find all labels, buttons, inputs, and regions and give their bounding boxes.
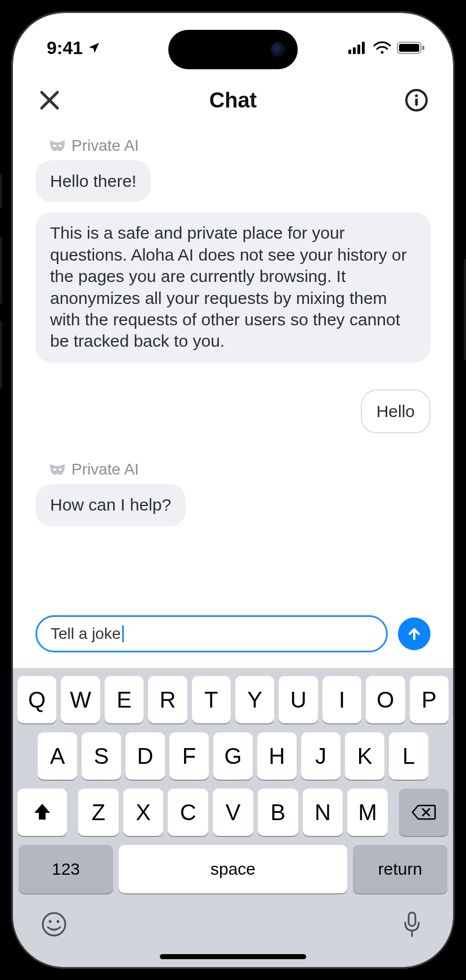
key-f[interactable]: F <box>169 732 209 780</box>
phone-frame: 9:41 <box>0 0 466 980</box>
svg-point-11 <box>53 145 56 147</box>
svg-rect-7 <box>422 46 424 50</box>
ai-sender-label: Private AI <box>71 137 139 155</box>
key-shift[interactable] <box>17 789 67 836</box>
svg-rect-2 <box>357 44 360 54</box>
keyboard-row-3: Z X C V B N M <box>17 789 449 836</box>
svg-rect-18 <box>409 912 415 926</box>
mic-icon <box>402 910 422 938</box>
svg-rect-3 <box>362 42 365 54</box>
ai-message-bubble: How can I help? <box>35 484 186 526</box>
key-return[interactable]: return <box>353 845 447 893</box>
ai-sender-label: Private AI <box>71 460 139 478</box>
svg-point-17 <box>57 920 60 923</box>
key-d[interactable]: D <box>126 732 165 780</box>
svg-point-16 <box>49 920 52 923</box>
send-button[interactable] <box>398 617 431 650</box>
side-button <box>0 236 2 304</box>
wifi-icon <box>373 41 391 55</box>
key-numbers[interactable]: 123 <box>19 845 113 893</box>
dynamic-island <box>168 30 298 69</box>
svg-rect-10 <box>415 99 418 106</box>
soft-keyboard: Q W E R T Y U I O P A S D F G H J K L <box>13 668 453 967</box>
emoji-icon <box>41 911 67 937</box>
svg-point-9 <box>415 94 418 97</box>
svg-rect-6 <box>399 44 419 52</box>
message-input[interactable]: Tell a joke <box>35 615 388 652</box>
ai-message-bubble: This is a safe and private place for you… <box>35 212 431 362</box>
key-backspace[interactable] <box>399 789 449 836</box>
backspace-icon <box>411 803 436 821</box>
arrow-up-icon <box>406 625 423 642</box>
key-z[interactable]: Z <box>78 789 119 836</box>
svg-rect-1 <box>353 47 356 54</box>
svg-rect-0 <box>348 50 351 54</box>
page-title: Chat <box>209 88 257 113</box>
key-j[interactable]: J <box>301 732 340 780</box>
key-e[interactable]: E <box>105 676 144 723</box>
key-s[interactable]: S <box>82 732 121 780</box>
info-icon <box>405 88 428 112</box>
key-w[interactable]: W <box>61 676 100 723</box>
message-input-text: Tell a joke <box>51 625 121 643</box>
key-q[interactable]: Q <box>17 676 56 723</box>
key-y[interactable]: Y <box>235 676 274 723</box>
side-button <box>0 321 2 388</box>
battery-icon <box>397 41 425 55</box>
key-t[interactable]: T <box>192 676 231 723</box>
status-time: 9:41 <box>47 38 83 59</box>
key-a[interactable]: A <box>38 732 77 780</box>
key-o[interactable]: O <box>366 676 405 723</box>
text-caret <box>122 625 124 642</box>
svg-point-4 <box>381 51 384 54</box>
key-p[interactable]: P <box>410 676 449 723</box>
chat-header: Chat <box>13 75 453 131</box>
key-l[interactable]: L <box>389 732 428 780</box>
user-message-bubble: Hello <box>361 390 431 433</box>
location-arrow-icon <box>87 41 101 55</box>
keyboard-footer <box>17 899 449 944</box>
side-button <box>464 259 466 360</box>
key-v[interactable]: V <box>213 789 253 836</box>
mask-icon <box>49 463 66 476</box>
key-i[interactable]: I <box>322 676 361 723</box>
key-r[interactable]: R <box>148 676 187 723</box>
svg-point-12 <box>59 145 62 147</box>
key-space[interactable]: space <box>119 845 347 893</box>
close-icon <box>39 90 60 111</box>
dictation-button[interactable] <box>398 910 426 938</box>
close-button[interactable] <box>35 86 64 114</box>
key-m[interactable]: M <box>347 789 388 836</box>
key-h[interactable]: H <box>257 732 297 780</box>
key-n[interactable]: N <box>303 789 343 836</box>
message-composer: Tell a joke <box>13 610 453 668</box>
key-c[interactable]: C <box>168 789 208 836</box>
side-button <box>0 174 2 208</box>
mask-icon <box>49 139 66 153</box>
cellular-icon <box>348 42 368 54</box>
ai-sender-tag: Private AI <box>35 460 431 484</box>
front-camera <box>271 42 285 57</box>
key-x[interactable]: X <box>123 789 164 836</box>
screen: 9:41 <box>13 13 453 967</box>
svg-point-13 <box>53 468 56 471</box>
key-g[interactable]: G <box>213 732 253 780</box>
shift-icon <box>32 803 52 822</box>
keyboard-row-4: 123 space return <box>17 845 449 893</box>
chat-messages[interactable]: Private AI Hello there! This is a safe a… <box>13 131 453 610</box>
key-b[interactable]: B <box>258 789 298 836</box>
emoji-button[interactable] <box>40 910 68 938</box>
info-button[interactable] <box>402 86 431 114</box>
key-k[interactable]: K <box>345 732 384 780</box>
home-indicator[interactable] <box>160 954 306 959</box>
ai-sender-tag: Private AI <box>35 137 431 160</box>
svg-point-15 <box>43 913 65 936</box>
svg-point-14 <box>59 468 62 471</box>
ai-message-bubble: Hello there! <box>35 160 151 202</box>
keyboard-row-1: Q W E R T Y U I O P <box>17 676 449 723</box>
key-u[interactable]: U <box>279 676 317 723</box>
keyboard-row-2: A S D F G H J K L <box>17 732 449 780</box>
